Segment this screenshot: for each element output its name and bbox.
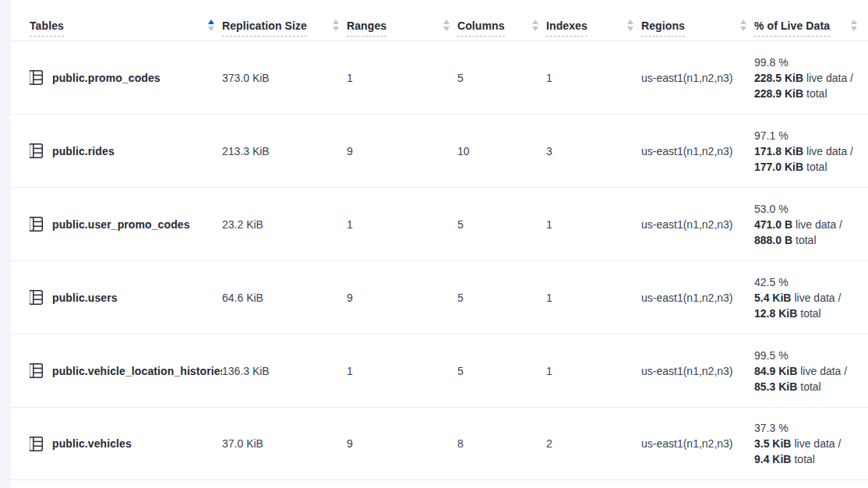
table-name[interactable]: public.vehicles: [52, 437, 132, 450]
sort-icon[interactable]: [443, 19, 450, 31]
table-row[interactable]: public.promo_codes 373.0 KiB 1 5 1 us-ea…: [11, 41, 868, 114]
total-size-label: total: [794, 453, 814, 465]
live-size-label: live data /: [806, 72, 853, 84]
live-data-size-line: 171.8 KiBlive data /: [754, 143, 865, 159]
table-name-cell[interactable]: public.user_promo_codes: [30, 216, 222, 232]
regions-cell: us-east1(n1,n2,n3): [641, 218, 754, 231]
column-label-live-data[interactable]: % of Live Data: [754, 19, 830, 37]
live-data-size-line: 3.5 KiBlive data /: [754, 436, 865, 451]
column-label-tables[interactable]: Tables: [30, 19, 64, 37]
table-row[interactable]: public.rides 213.3 KiB 9 10 3 us-east1(n…: [11, 114, 868, 187]
table-name[interactable]: public.promo_codes: [52, 72, 161, 84]
column-header-indexes[interactable]: Indexes: [546, 19, 641, 37]
column-label-replication-size[interactable]: Replication Size: [222, 19, 307, 37]
table-name[interactable]: public.rides: [52, 145, 115, 157]
live-size-value: 471.0 B: [754, 218, 792, 231]
live-size-label: live data /: [794, 437, 841, 450]
table-row[interactable]: public.users 64.6 KiB 9 5 1 us-east1(n1,…: [11, 260, 868, 334]
replication-size-cell: 64.6 KiB: [222, 292, 347, 304]
live-data-percent: 99.8 %: [754, 55, 865, 70]
table-row[interactable]: public.vehicle_location_histories 136.3 …: [11, 334, 868, 407]
sort-icon[interactable]: [208, 19, 214, 31]
total-size-value: 228.9 KiB: [754, 87, 803, 100]
live-size-value: 84.9 KiB: [754, 365, 797, 377]
columns-cell: 5: [457, 72, 546, 84]
table-name[interactable]: public.vehicle_location_histories: [52, 365, 222, 377]
live-data-cell: 99.5 % 84.9 KiBlive data / 85.3 KiBtotal: [754, 348, 865, 394]
live-data-size-line: 228.5 KiBlive data /: [754, 70, 865, 86]
sort-up-icon: [740, 19, 746, 24]
column-header-tables[interactable]: Tables: [30, 19, 222, 37]
table-name[interactable]: public.user_promo_codes: [52, 218, 190, 231]
table-name-cell[interactable]: public.promo_codes: [30, 69, 222, 86]
total-size-line: 888.0 Btotal: [754, 232, 865, 248]
regions-cell: us-east1(n1,n2,n3): [641, 365, 754, 377]
table-name-cell[interactable]: public.rides: [30, 143, 222, 159]
table-row[interactable]: public.user_promo_codes 23.2 KiB 1 5 1 u…: [11, 187, 868, 260]
table-name-cell[interactable]: public.vehicles: [30, 436, 222, 452]
sort-down-icon: [740, 27, 746, 31]
live-size-label: live data /: [806, 145, 853, 157]
live-data-size-line: 84.9 KiBlive data /: [754, 363, 865, 379]
live-data-size-line: 5.4 KiBlive data /: [754, 290, 865, 306]
live-data-size-line: 471.0 Blive data /: [754, 217, 865, 232]
sort-down-icon: [532, 27, 538, 31]
column-label-regions[interactable]: Regions: [641, 19, 685, 37]
live-data-percent: 37.3 %: [754, 420, 865, 436]
sort-icon[interactable]: [333, 19, 339, 31]
table-icon: [30, 362, 44, 379]
total-size-line: 12.8 KiBtotal: [754, 306, 865, 321]
indexes-cell: 3: [546, 145, 641, 157]
sort-icon[interactable]: [740, 19, 746, 31]
column-label-ranges[interactable]: Ranges: [347, 19, 386, 37]
ranges-cell: 9: [347, 437, 457, 450]
total-size-line: 9.4 KiBtotal: [754, 451, 865, 467]
column-header-columns[interactable]: Columns: [457, 19, 546, 37]
total-size-line: 228.9 KiBtotal: [754, 86, 865, 101]
sort-icon[interactable]: [627, 19, 633, 31]
column-header-ranges[interactable]: Ranges: [347, 19, 457, 37]
column-header-regions[interactable]: Regions: [641, 19, 754, 37]
table-name-cell[interactable]: public.vehicle_location_histories: [30, 362, 222, 379]
ranges-cell: 1: [347, 365, 457, 377]
sort-icon[interactable]: [532, 19, 538, 31]
column-label-columns[interactable]: Columns: [457, 19, 505, 37]
column-header-replication-size[interactable]: Replication Size: [222, 19, 347, 37]
columns-cell: 5: [457, 292, 546, 304]
table-row[interactable]: public.vehicles 37.0 KiB 9 8 2 us-east1(…: [11, 407, 868, 480]
table-name[interactable]: public.users: [52, 292, 118, 304]
sort-down-icon: [443, 27, 450, 31]
replication-size-cell: 37.0 KiB: [222, 437, 347, 450]
total-size-line: 177.0 KiBtotal: [754, 159, 865, 175]
live-data-cell: 53.0 % 471.0 Blive data / 888.0 Btotal: [754, 201, 865, 248]
ranges-cell: 1: [347, 218, 457, 231]
live-data-cell: 97.1 % 171.8 KiBlive data / 177.0 KiBtot…: [754, 128, 865, 175]
replication-size-cell: 373.0 KiB: [222, 72, 347, 84]
live-size-value: 5.4 KiB: [754, 292, 791, 304]
columns-cell: 10: [457, 145, 546, 157]
live-data-cell: 42.5 % 5.4 KiBlive data / 12.8 KiBtotal: [754, 274, 865, 321]
column-label-indexes[interactable]: Indexes: [546, 19, 587, 37]
total-size-label: total: [806, 161, 827, 173]
table-name-cell[interactable]: public.users: [30, 289, 222, 306]
indexes-cell: 1: [546, 365, 641, 377]
total-size-value: 85.3 KiB: [754, 380, 797, 393]
total-size-value: 9.4 KiB: [754, 453, 791, 465]
total-size-label: total: [800, 380, 820, 393]
sort-down-icon: [627, 27, 633, 31]
total-size-label: total: [806, 87, 827, 100]
sort-icon[interactable]: [851, 19, 857, 31]
live-data-percent: 99.5 %: [754, 348, 865, 363]
table-header-row: Tables Replication Size Ranges Columns: [11, 0, 868, 41]
total-size-line: 85.3 KiBtotal: [754, 379, 865, 394]
sort-down-icon: [851, 27, 857, 31]
column-header-live-data[interactable]: % of Live Data: [754, 19, 865, 37]
sort-down-icon: [333, 27, 339, 31]
total-size-value: 12.8 KiB: [754, 307, 797, 320]
live-data-cell: 37.3 % 3.5 KiBlive data / 9.4 KiBtotal: [754, 420, 865, 467]
live-data-percent: 53.0 %: [754, 201, 865, 217]
table-icon: [30, 69, 44, 86]
replication-size-cell: 213.3 KiB: [222, 145, 347, 157]
total-size-value: 888.0 B: [754, 234, 792, 246]
ranges-cell: 1: [347, 72, 457, 84]
